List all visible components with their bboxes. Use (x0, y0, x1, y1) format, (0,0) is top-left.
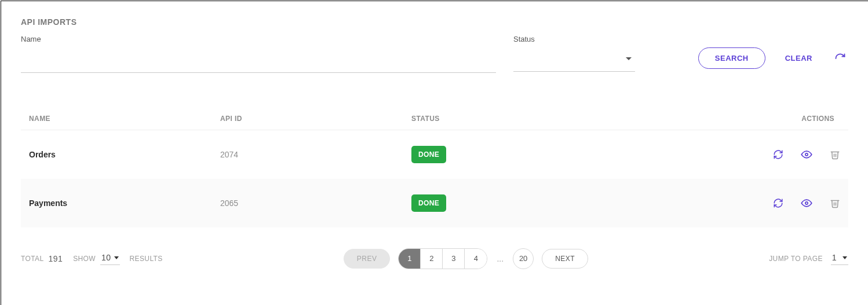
footer-right: JUMP TO PAGE 1 (769, 252, 848, 265)
results-label: RESULTS (129, 255, 162, 263)
show-label: SHOW (73, 255, 96, 263)
sync-icon (773, 198, 783, 208)
page-button-last[interactable]: 20 (513, 248, 534, 269)
footer: TOTAL 191 SHOW 10 RESULTS PREV 1 2 3 4 .… (21, 248, 848, 269)
refresh-button[interactable] (832, 50, 848, 67)
row-actions-cell (732, 179, 848, 227)
table-header-row: NAME API ID STATUS ACTIONS (21, 108, 848, 130)
caret-down-icon (843, 256, 847, 259)
sync-icon (773, 149, 783, 160)
page-button-3[interactable]: 3 (443, 249, 465, 269)
delete-button[interactable] (827, 147, 843, 162)
eye-icon (801, 149, 812, 160)
reimport-button[interactable] (771, 196, 786, 211)
jump-label: JUMP TO PAGE (769, 255, 823, 263)
trash-icon (830, 149, 840, 160)
next-button[interactable]: NEXT (542, 249, 588, 269)
eye-icon (801, 197, 812, 209)
refresh-icon (834, 53, 846, 64)
pager: PREV 1 2 3 4 ... 20 NEXT (344, 248, 588, 269)
caret-down-icon (626, 57, 632, 60)
footer-left: TOTAL 191 SHOW 10 RESULTS (21, 252, 163, 265)
page-button-2[interactable]: 2 (421, 249, 443, 269)
total-value: 191 (49, 254, 63, 263)
row-api-id: 2065 (212, 179, 403, 227)
col-actions: ACTIONS (732, 108, 848, 130)
pager-ellipsis: ... (495, 254, 505, 263)
status-filter-select[interactable] (513, 56, 635, 72)
svg-point-3 (805, 201, 808, 204)
status-badge: DONE (411, 146, 446, 163)
status-badge: DONE (411, 194, 446, 212)
page-size-select[interactable]: 10 (100, 252, 120, 265)
row-api-id: 2074 (212, 130, 403, 179)
row-status-cell: DONE (403, 179, 732, 227)
jump-to-page-value: 1 (832, 253, 837, 262)
caret-down-icon (114, 256, 119, 259)
row-actions (771, 146, 843, 163)
prev-button[interactable]: PREV (344, 249, 391, 269)
name-filter-group: Name (21, 35, 496, 73)
status-filter-group: Status (513, 35, 635, 72)
filter-row: Name Status SEARCH CLEAR (21, 35, 848, 73)
table-row: Payments 2065 DONE (21, 179, 848, 227)
name-filter-label: Name (21, 35, 496, 43)
filter-actions: SEARCH CLEAR (698, 35, 848, 69)
status-filter-label: Status (513, 35, 635, 43)
view-button[interactable] (798, 146, 815, 163)
trash-icon (830, 198, 840, 208)
svg-point-0 (805, 153, 808, 156)
name-filter-input[interactable] (21, 56, 496, 73)
page-size-value: 10 (101, 253, 111, 262)
clear-button[interactable]: CLEAR (785, 54, 812, 63)
imports-table: NAME API ID STATUS ACTIONS Orders 2074 D… (21, 108, 848, 227)
jump-to-page-select[interactable]: 1 (831, 252, 848, 265)
col-status: STATUS (403, 108, 732, 130)
row-actions-cell (732, 130, 848, 179)
reimport-button[interactable] (771, 147, 786, 162)
col-api-id: API ID (212, 108, 403, 130)
row-status-cell: DONE (403, 130, 732, 179)
row-actions (771, 195, 843, 211)
page-run: 1 2 3 4 (398, 248, 487, 269)
api-imports-panel: API IMPORTS Name Status SEARCH CLEAR (1, 1, 868, 305)
page-button-1[interactable]: 1 (399, 249, 421, 269)
search-button[interactable]: SEARCH (698, 47, 765, 69)
row-name: Payments (21, 179, 212, 227)
total-label: TOTAL (21, 255, 44, 263)
col-name: NAME (21, 108, 212, 130)
table-row: Orders 2074 DONE (21, 130, 848, 179)
view-button[interactable] (798, 195, 815, 211)
page-title: API IMPORTS (21, 17, 848, 27)
row-name: Orders (21, 130, 212, 179)
delete-button[interactable] (827, 196, 843, 211)
page-button-4[interactable]: 4 (465, 249, 487, 269)
